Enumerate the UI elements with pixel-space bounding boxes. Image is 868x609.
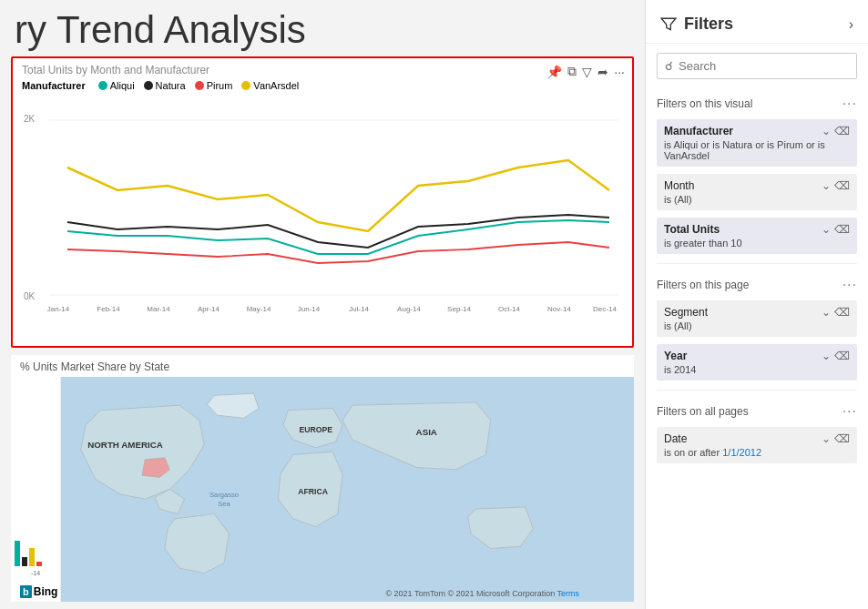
terms-link[interactable]: Terms xyxy=(557,589,580,598)
sidebar-title: Filters xyxy=(660,15,733,34)
map-body: -14 xyxy=(11,377,634,602)
expand-icon[interactable]: ➦ xyxy=(597,65,608,79)
legend-vanarsdel-label: VanArsdel xyxy=(253,80,299,91)
page-filters-label: Filters on this page ··· xyxy=(646,269,868,297)
svg-text:Apr-14: Apr-14 xyxy=(198,305,220,313)
filter-total-units-icons: ⌄ ⌫ xyxy=(822,223,850,236)
map-svg: NORTH AMERICA EUROPE ASIA AFRICA Sargass… xyxy=(61,377,634,602)
page-filters-more[interactable]: ··· xyxy=(842,277,857,293)
filter-total-units-expand[interactable]: ⌄ xyxy=(822,223,831,236)
copyright-text: © 2021 TomTom © 2021 Microsoft Corporati… xyxy=(385,589,555,598)
filter-month: Month ⌄ ⌫ is (All) xyxy=(657,174,857,210)
all-pages-filters-more[interactable]: ··· xyxy=(842,403,857,420)
filter-month-clear[interactable]: ⌫ xyxy=(834,179,850,192)
filter-date: Date ⌄ ⌫ is on or after 1/1/2012 xyxy=(657,427,857,463)
filter-date-clear[interactable]: ⌫ xyxy=(834,432,850,445)
legend-natura: Natura xyxy=(144,80,186,91)
filter-date-name: Date xyxy=(664,432,687,445)
filter-manufacturer-expand[interactable]: ⌄ xyxy=(822,125,831,137)
bing-label: Bing xyxy=(34,585,58,598)
divider-1 xyxy=(657,263,857,264)
filter-total-units-header: Total Units ⌄ ⌫ xyxy=(664,223,850,236)
map-title: % Units Market Share by State xyxy=(11,355,634,377)
filter-year-value: is 2014 xyxy=(664,364,850,375)
filter-year-name: Year xyxy=(664,350,687,362)
search-box[interactable]: ☌ xyxy=(657,53,857,79)
bing-logo: b Bing xyxy=(20,585,57,598)
legend-pirum-label: Pirum xyxy=(207,80,233,91)
copy-icon[interactable]: ⧉ xyxy=(567,64,577,79)
svg-text:Jun-14: Jun-14 xyxy=(298,305,321,313)
page-title: ry Trend Analysis xyxy=(0,0,645,56)
svg-text:Aug-14: Aug-14 xyxy=(397,305,421,313)
chart-svg: 2K 0K Jan-14 Feb-14 Mar-14 Apr-14 May- xyxy=(22,95,623,313)
svg-text:Feb-14: Feb-14 xyxy=(97,305,120,313)
filter-manufacturer-value: is Aliqui or is Natura or is Pirum or is… xyxy=(664,139,850,161)
filter-month-name: Month xyxy=(664,179,694,192)
filter-segment-expand[interactable]: ⌄ xyxy=(822,306,831,319)
filter-year-expand[interactable]: ⌄ xyxy=(822,350,831,362)
search-icon: ☌ xyxy=(665,59,673,73)
filter-manufacturer-clear[interactable]: ⌫ xyxy=(834,125,850,137)
filter-total-units: Total Units ⌄ ⌫ is greater than 10 xyxy=(657,218,857,254)
filter-icon[interactable]: ▽ xyxy=(582,65,592,79)
filter-manufacturer-header: Manufacturer ⌄ ⌫ xyxy=(664,125,850,137)
legend-aliqui-label: Aliqui xyxy=(110,80,135,91)
sidebar-header: Filters › xyxy=(646,0,868,44)
label-europe: EUROPE xyxy=(300,425,333,434)
svg-text:0K: 0K xyxy=(24,291,36,301)
label-asia: ASIA xyxy=(416,427,437,437)
filter-month-expand[interactable]: ⌄ xyxy=(822,179,831,192)
search-input[interactable] xyxy=(679,59,849,73)
visual-filters-label: Filters on this visual ··· xyxy=(646,88,868,116)
legend-vanarsdel: VanArsdel xyxy=(241,80,299,91)
visual-filters-more[interactable]: ··· xyxy=(842,96,857,112)
svg-text:Jan-14: Jan-14 xyxy=(47,305,70,313)
svg-text:May-14: May-14 xyxy=(247,305,271,313)
legend-pirum: Pirum xyxy=(195,80,233,91)
divider-2 xyxy=(657,390,857,391)
svg-text:Oct-14: Oct-14 xyxy=(498,305,521,313)
all-pages-filters-title: Filters on all pages xyxy=(657,405,749,418)
filter-total-units-name: Total Units xyxy=(664,223,720,236)
mini-bar-x-label: -14 xyxy=(15,570,56,576)
svg-text:2K: 2K xyxy=(24,114,36,124)
label-north-america: NORTH AMERICA xyxy=(87,440,163,450)
filter-year-clear[interactable]: ⌫ xyxy=(834,350,850,362)
chart-area: 2K 0K Jan-14 Feb-14 Mar-14 Apr-14 May- xyxy=(22,95,623,313)
bing-b-icon: b xyxy=(20,585,32,598)
map-section: % Units Market Share by State -14 xyxy=(11,355,634,602)
more-icon[interactable]: ··· xyxy=(614,65,625,79)
filter-manufacturer: Manufacturer ⌄ ⌫ is Aliqui or is Natura … xyxy=(657,119,857,167)
label-sargasso-sea: Sargasso xyxy=(209,491,239,499)
filter-date-expand[interactable]: ⌄ xyxy=(822,432,831,445)
svg-text:Sep-14: Sep-14 xyxy=(447,305,471,313)
filter-date-value: is on or after 1/1/2012 xyxy=(664,447,850,458)
svg-text:Mar-14: Mar-14 xyxy=(147,305,170,313)
filter-segment-name: Segment xyxy=(664,306,708,319)
map-background: -14 xyxy=(11,377,634,602)
filter-total-units-clear[interactable]: ⌫ xyxy=(834,223,850,236)
label-sargasso-sea2: Sea xyxy=(218,500,230,508)
filter-date-icons: ⌄ ⌫ xyxy=(822,432,850,445)
filters-sidebar: Filters › ☌ Filters on this visual ··· M… xyxy=(645,0,868,609)
filter-segment-icons: ⌄ ⌫ xyxy=(822,306,850,319)
filter-funnel-icon xyxy=(660,16,677,33)
filter-date-link[interactable]: 1/1/2012 xyxy=(722,447,761,458)
filter-month-header: Month ⌄ ⌫ xyxy=(664,179,850,192)
filter-segment-value: is (All) xyxy=(664,320,850,331)
svg-text:Nov-14: Nov-14 xyxy=(547,305,571,313)
filter-manufacturer-icons: ⌄ ⌫ xyxy=(822,125,850,137)
legend-manufacturer-label: Manufacturer xyxy=(22,80,86,91)
filter-manufacturer-name: Manufacturer xyxy=(664,125,733,137)
chart-toolbar: 📌 ⧉ ▽ ➦ ··· xyxy=(546,64,625,79)
filter-segment-clear[interactable]: ⌫ xyxy=(834,306,850,319)
map-copyright: © 2021 TomTom © 2021 Microsoft Corporati… xyxy=(385,589,579,598)
pin-icon[interactable]: 📌 xyxy=(546,65,562,79)
filter-segment: Segment ⌄ ⌫ is (All) xyxy=(657,300,857,337)
sidebar-collapse-button[interactable]: › xyxy=(849,16,853,33)
chart-title: Total Units by Month and Manufacturer xyxy=(22,64,623,76)
filter-year-header: Year ⌄ ⌫ xyxy=(664,350,850,362)
page-filters-title: Filters on this page xyxy=(657,279,749,291)
line-chart: 📌 ⧉ ▽ ➦ ··· Total Units by Month and Man… xyxy=(11,56,634,348)
